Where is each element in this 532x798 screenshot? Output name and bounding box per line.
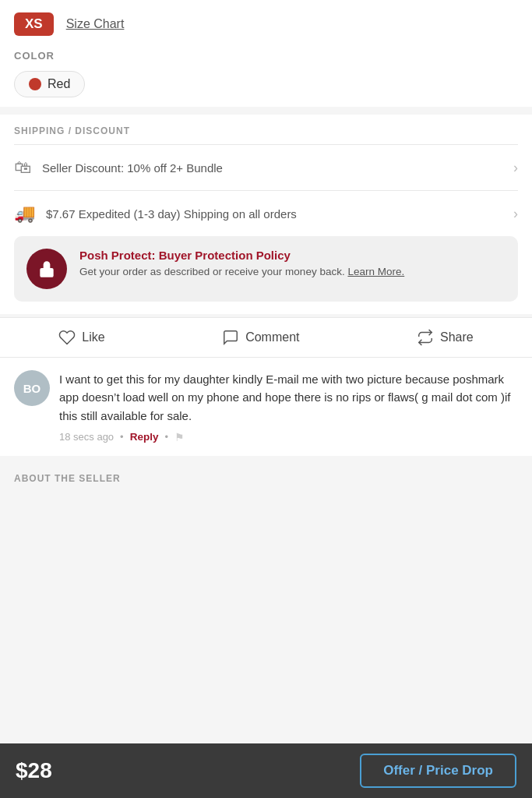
lock-svg [37, 259, 57, 279]
shipping-section-label: SHIPPING / DISCOUNT [14, 125, 518, 136]
lock-icon [26, 249, 67, 289]
action-bar: Like Comment Share [0, 317, 532, 358]
comment-button[interactable]: Comment [222, 329, 299, 346]
about-seller-section: ABOUT THE SELLER [0, 456, 532, 492]
posh-text-block: Posh Protect: Buyer Protection Policy Ge… [79, 249, 404, 280]
shipping-chevron-icon: › [513, 206, 518, 222]
reply-button[interactable]: Reply [130, 431, 159, 443]
truck-icon: 🚚 [14, 203, 35, 224]
comment-body: I want to get this for my daughter kindl… [59, 370, 518, 443]
comment-item: BO I want to get this for my daughter ki… [14, 370, 518, 443]
comment-dot-2: • [164, 431, 168, 443]
comment-section: BO I want to get this for my daughter ki… [0, 358, 532, 456]
bottom-bar: $28 Offer / Price Drop [0, 743, 532, 798]
discount-chevron-icon: › [513, 160, 518, 176]
avatar-initials: BO [23, 382, 41, 395]
comment-time: 18 secs ago [59, 431, 114, 443]
bottom-spacer [0, 492, 532, 554]
share-label: Share [440, 330, 474, 344]
avatar: BO [14, 370, 50, 406]
share-button[interactable]: Share [417, 329, 474, 346]
flag-icon[interactable]: ⚑ [174, 431, 185, 443]
posh-learn-more-link[interactable]: Learn More. [347, 266, 404, 277]
posh-protect-desc: Get your order as described or receive y… [79, 265, 404, 280]
color-label: COLOR [14, 50, 518, 62]
color-section: COLOR Red [0, 36, 532, 107]
size-chart-link[interactable]: Size Chart [66, 17, 125, 31]
like-button[interactable]: Like [58, 329, 104, 346]
share-icon [417, 329, 434, 346]
heart-icon [58, 329, 76, 346]
bag-icon: 🛍 [14, 157, 31, 178]
comment-dot-1: • [120, 431, 124, 443]
size-badge: XS [14, 12, 54, 36]
about-seller-label: ABOUT THE SELLER [14, 473, 518, 484]
color-dot-icon [29, 78, 41, 90]
shipping-cost-text: $7.67 Expedited (1-3 day) Shipping on al… [46, 207, 297, 221]
color-chip[interactable]: Red [14, 71, 85, 97]
shipping-cost-row[interactable]: 🚚 $7.67 Expedited (1-3 day) Shipping on … [14, 191, 518, 236]
comment-label: Comment [245, 330, 299, 344]
shipping-section: SHIPPING / DISCOUNT 🛍 Seller Discount: 1… [0, 115, 532, 314]
size-section: XS Size Chart [0, 0, 532, 36]
like-label: Like [82, 330, 104, 344]
posh-protect-desc-text: Get your order as described or receive y… [79, 266, 345, 277]
posh-protect-card: Posh Protect: Buyer Protection Policy Ge… [14, 236, 518, 302]
offer-price-drop-button[interactable]: Offer / Price Drop [360, 754, 516, 788]
svg-point-0 [45, 271, 48, 274]
comment-icon [222, 329, 239, 346]
discount-text: Seller Discount: 10% off 2+ Bundle [42, 161, 223, 175]
posh-protect-title: Posh Protect: Buyer Protection Policy [79, 249, 404, 262]
page-wrapper: XS Size Chart COLOR Red SHIPPING / DISCO… [0, 0, 532, 798]
comment-meta: 18 secs ago • Reply • ⚑ [59, 431, 518, 443]
comment-text: I want to get this for my daughter kindl… [59, 370, 518, 425]
color-chip-label: Red [48, 77, 70, 91]
discount-row[interactable]: 🛍 Seller Discount: 10% off 2+ Bundle › [14, 145, 518, 190]
price-label: $28 [16, 758, 52, 783]
